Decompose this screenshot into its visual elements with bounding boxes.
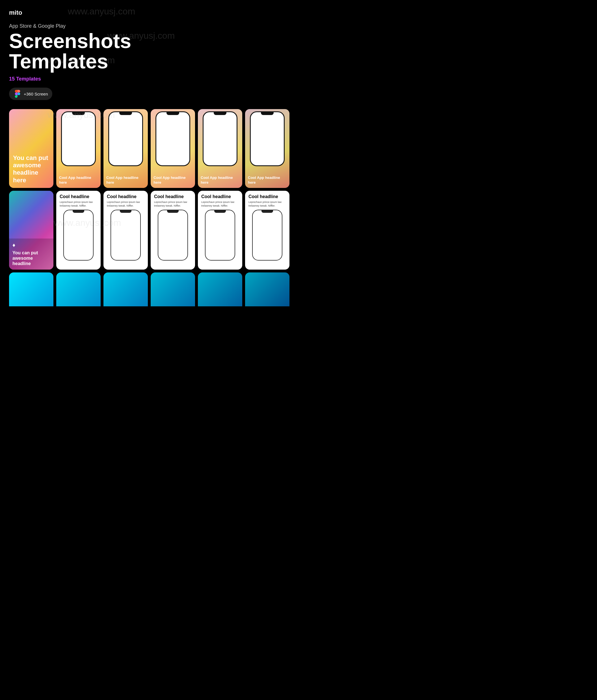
page-title: Screenshots Templates [9, 31, 290, 72]
card-2-5-title: Cool headline [201, 194, 239, 199]
card-2-4-desc: Leprechaun prince ipsum law trelawney tw… [154, 200, 192, 207]
card-2-4-title: Cool headline [154, 194, 192, 199]
template-card-3-1[interactable]: ⚡ Cool App [9, 272, 53, 306]
template-card-2-6[interactable]: Cool headline Leprechaun prince ipsum la… [245, 191, 290, 270]
card-1-5-caption: Cool App headline here [201, 175, 240, 185]
template-card-1-3[interactable]: Cool App headline here [103, 109, 148, 188]
card-2-3-desc: Leprechaun prince ipsum law trelawney tw… [107, 200, 145, 207]
template-card-3-6[interactable]: ⚡ Cool App [245, 272, 290, 306]
template-card-1-2[interactable]: Cool App headline here [56, 109, 101, 188]
template-card-2-2[interactable]: Cool headline Leprechaun prince ipsum la… [56, 191, 101, 270]
figma-badge-label: +360 Screen [24, 92, 48, 96]
template-row-2: ♦ You can put awesome headline Cool head… [9, 191, 290, 270]
card-2-6-title: Cool headline [248, 194, 286, 199]
card-2-1-headline: You can put awesome headline [13, 250, 50, 267]
card-2-3-title: Cool headline [107, 194, 145, 199]
card-1-6-caption: Cool App headline here [248, 175, 287, 185]
template-card-1-5[interactable]: Cool App headline here [198, 109, 242, 188]
card-2-6-desc: Leprechaun prince ipsum law trelawney tw… [248, 200, 286, 207]
page-subtitle: App Store & Google Play [9, 23, 290, 29]
template-card-2-3[interactable]: Cool headline Leprechaun prince ipsum la… [103, 191, 148, 270]
template-card-3-5[interactable]: ⚡ Cool App [198, 272, 242, 306]
templates-count: 15 Templates [9, 76, 290, 82]
card-2-2-desc: Leprechaun prince ipsum law trelawney tw… [60, 200, 97, 207]
brand-logo: mito [9, 9, 290, 17]
card-1-2-caption: Cool App headline here [59, 175, 98, 185]
diamond-icon: ♦ [13, 242, 50, 248]
template-card-1-6[interactable]: Cool App headline here [245, 109, 290, 188]
template-card-3-4[interactable]: ⚡ Cool App [151, 272, 195, 306]
card-2-2-title: Cool headline [60, 194, 97, 199]
card-2-5-desc: Leprechaun prince ipsum law trelawney tw… [201, 200, 239, 207]
figma-badge[interactable]: +360 Screen [9, 88, 52, 100]
template-card-2-1[interactable]: ♦ You can put awesome headline [9, 191, 53, 270]
card-1-1-headline: You can put awesome headline here [13, 154, 49, 184]
template-card-2-4[interactable]: Cool headline Leprechaun prince ipsum la… [151, 191, 195, 270]
header-section: mito App Store & Google Play Screenshots… [0, 0, 299, 109]
templates-grid: You can put awesome headline here Cool A… [0, 109, 299, 318]
figma-icon [14, 90, 22, 98]
template-card-1-1[interactable]: You can put awesome headline here [9, 109, 53, 188]
template-card-3-2[interactable]: ⚡ Cool App [56, 272, 101, 306]
template-card-3-3[interactable]: ⚡ Cool App [103, 272, 148, 306]
template-row-3: ⚡ Cool App ⚡ Cool App ⚡ Cool App ⚡ Cool … [9, 272, 290, 306]
template-card-2-5[interactable]: Cool headline Leprechaun prince ipsum la… [198, 191, 242, 270]
card-1-4-caption: Cool App headline here [153, 175, 192, 185]
template-card-1-4[interactable]: Cool App headline here [151, 109, 195, 188]
card-1-3-caption: Cool App headline here [106, 175, 145, 185]
template-row-1: You can put awesome headline here Cool A… [9, 109, 290, 188]
